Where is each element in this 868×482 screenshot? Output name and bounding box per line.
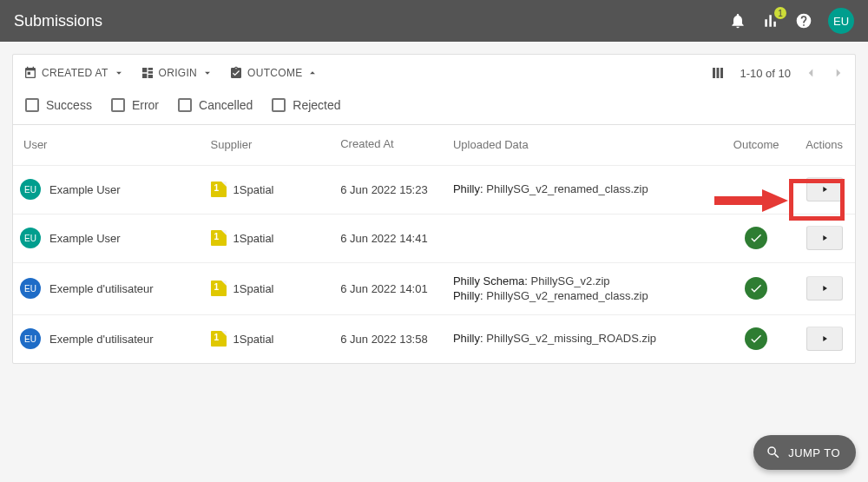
- checkbox-rejected[interactable]: Rejected: [272, 98, 340, 112]
- filter-origin[interactable]: ORIGIN: [139, 63, 215, 83]
- row-created: 6 Jun 2022 15:23: [340, 183, 453, 196]
- row-supplier: 1Spatial: [233, 333, 274, 346]
- checkbox-icon: [272, 98, 286, 112]
- col-actions: Actions: [791, 137, 843, 153]
- filter-origin-label: ORIGIN: [159, 67, 197, 79]
- pager-label: 1-10 of 10: [740, 67, 791, 80]
- row-avatar: EU: [20, 278, 41, 299]
- row-action-button[interactable]: [806, 276, 843, 300]
- row-created: 6 Jun 2022 13:58: [340, 333, 453, 346]
- row-user: Exemple d'utilisateur: [49, 333, 154, 346]
- filter-bar: CREATED AT ORIGIN OUTCOME 1-10 of 10: [13, 55, 855, 91]
- col-user: User: [20, 137, 211, 153]
- checkbox-icon: [178, 98, 192, 112]
- row-created: 6 Jun 2022 14:01: [340, 282, 453, 295]
- outcome-subfilters: Success Error Cancelled Rejected: [13, 91, 855, 125]
- success-icon: [745, 227, 767, 249]
- supplier-icon: [211, 331, 227, 347]
- jump-to-label: JUMP TO: [788, 446, 840, 459]
- filter-created-at-label: CREATED AT: [42, 67, 108, 79]
- row-uploads: Philly: PhillySG_v2_renamed_class.zip: [453, 182, 721, 197]
- col-data: Uploaded Data: [453, 137, 721, 153]
- jump-to-button[interactable]: JUMP TO: [753, 435, 856, 470]
- search-icon: [766, 445, 781, 460]
- filter-created-at[interactable]: CREATED AT: [22, 63, 127, 83]
- row-user: Example User: [49, 232, 121, 245]
- checkbox-label: Cancelled: [199, 98, 253, 112]
- row-action-button[interactable]: [806, 327, 843, 351]
- pager-prev[interactable]: [803, 65, 819, 81]
- pager-next[interactable]: [831, 65, 846, 81]
- supplier-icon: [211, 230, 227, 246]
- col-supplier: Supplier: [211, 137, 341, 153]
- row-outcome: [721, 277, 791, 300]
- row-avatar: EU: [20, 228, 41, 248]
- checkbox-label: Error: [132, 98, 159, 112]
- supplier-icon: [211, 182, 227, 197]
- checkbox-icon: [25, 98, 39, 112]
- success-icon: [745, 327, 767, 350]
- bell-icon[interactable]: [729, 12, 746, 30]
- page-title: Submissions: [14, 12, 729, 30]
- checkbox-cancelled[interactable]: Cancelled: [178, 98, 253, 112]
- table-row: EUExemple d'utilisateur1Spatial6 Jun 202…: [13, 314, 855, 363]
- col-outcome: Outcome: [721, 137, 791, 153]
- row-supplier: 1Spatial: [233, 183, 274, 196]
- chart-icon[interactable]: 1: [762, 12, 779, 30]
- chevron-down-icon: [113, 67, 125, 79]
- row-created: 6 Jun 2022 14:41: [340, 232, 453, 245]
- row-user: Exemple d'utilisateur: [49, 282, 154, 295]
- checkbox-error[interactable]: Error: [111, 98, 159, 112]
- filter-outcome[interactable]: OUTCOME: [227, 63, 320, 83]
- row-uploads: Philly Schema: PhillySG_v2.zipPhilly: Ph…: [453, 274, 721, 304]
- row-user: Example User: [49, 183, 121, 196]
- row-supplier: 1Spatial: [233, 282, 274, 295]
- chart-badge: 1: [774, 7, 786, 19]
- table-body: EUExample User1Spatial6 Jun 2022 15:23Ph…: [13, 165, 855, 363]
- user-avatar[interactable]: EU: [828, 8, 854, 34]
- checkbox-label: Success: [46, 98, 92, 112]
- chevron-up-icon: [306, 67, 319, 79]
- appbar-actions: 1 EU: [729, 8, 854, 34]
- checkbox-icon: [111, 98, 125, 112]
- row-outcome: [721, 227, 791, 249]
- success-icon: [745, 277, 767, 300]
- table-row: EUExample User1Spatial6 Jun 2022 14:41: [13, 214, 855, 262]
- table-row: EUExample User1Spatial6 Jun 2022 15:23Ph…: [13, 165, 855, 214]
- table-header: User Supplier Created At Uploaded Data O…: [13, 125, 855, 165]
- row-uploads: Philly: PhillySG_v2_missing_ROADS.zip: [453, 331, 721, 347]
- checkbox-label: Rejected: [293, 98, 340, 112]
- filter-outcome-label: OUTCOME: [247, 67, 302, 79]
- help-icon[interactable]: [795, 12, 812, 30]
- row-avatar: EU: [20, 179, 41, 200]
- row-action-button[interactable]: [806, 177, 843, 201]
- submissions-card: CREATED AT ORIGIN OUTCOME 1-10 of 10 Suc…: [12, 54, 856, 364]
- pager: 1-10 of 10: [740, 65, 846, 81]
- table-row: EUExemple d'utilisateur1Spatial6 Jun 202…: [13, 262, 855, 314]
- checkbox-success[interactable]: Success: [25, 98, 92, 112]
- app-bar: Submissions 1 EU: [0, 0, 868, 42]
- columns-toggle[interactable]: [708, 62, 727, 84]
- row-avatar: EU: [20, 328, 41, 349]
- supplier-icon: [211, 281, 227, 296]
- row-action-button[interactable]: [806, 226, 843, 250]
- row-supplier: 1Spatial: [233, 232, 274, 245]
- chevron-down-icon: [201, 67, 214, 79]
- row-outcome: [721, 327, 791, 350]
- col-created: Created At: [340, 137, 453, 153]
